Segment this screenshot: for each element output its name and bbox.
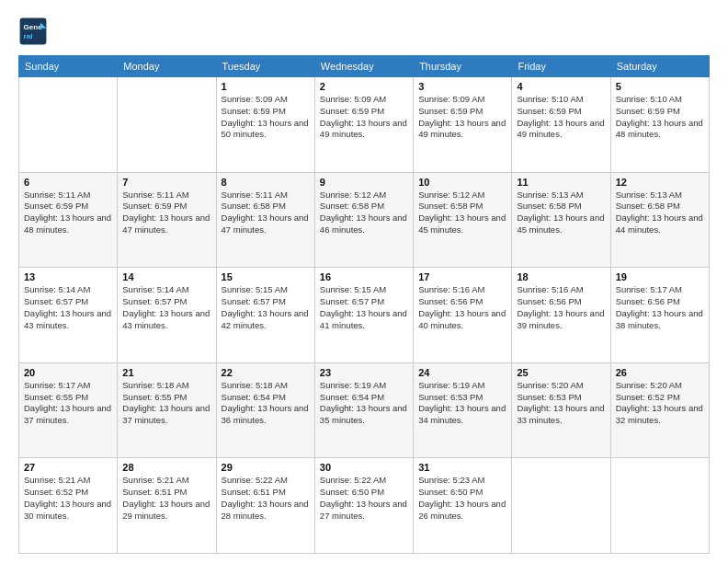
day-info: Sunrise: 5:21 AM Sunset: 6:51 PM Dayligh… <box>122 475 210 522</box>
day-number: 26 <box>616 367 704 378</box>
calendar-cell: 16Sunrise: 5:15 AM Sunset: 6:57 PM Dayli… <box>314 268 413 363</box>
day-info: Sunrise: 5:18 AM Sunset: 6:54 PM Dayligh… <box>222 380 310 427</box>
day-info: Sunrise: 5:13 AM Sunset: 6:58 PM Dayligh… <box>616 190 704 236</box>
day-info: Sunrise: 5:16 AM Sunset: 6:56 PM Dayligh… <box>418 284 506 331</box>
calendar-cell: 11Sunrise: 5:13 AM Sunset: 6:58 PM Dayli… <box>512 172 610 268</box>
day-number: 7 <box>122 177 210 188</box>
calendar-cell <box>19 77 118 173</box>
day-info: Sunrise: 5:20 AM Sunset: 6:52 PM Dayligh… <box>616 380 704 427</box>
day-number: 1 <box>222 81 310 92</box>
calendar-cell: 12Sunrise: 5:13 AM Sunset: 6:58 PM Dayli… <box>610 172 709 268</box>
day-number: 24 <box>418 367 506 378</box>
day-number: 19 <box>616 271 704 282</box>
logo-icon: Gene ral <box>18 17 48 46</box>
day-number: 18 <box>517 271 605 282</box>
day-info: Sunrise: 5:15 AM Sunset: 6:57 PM Dayligh… <box>222 284 310 331</box>
day-number: 23 <box>320 367 408 378</box>
calendar-week-row: 20Sunrise: 5:17 AM Sunset: 6:55 PM Dayli… <box>19 362 710 458</box>
weekday-header-saturday: Saturday <box>610 56 709 77</box>
weekday-header-sunday: Sunday <box>19 56 118 77</box>
day-info: Sunrise: 5:19 AM Sunset: 6:53 PM Dayligh… <box>418 380 506 427</box>
day-info: Sunrise: 5:10 AM Sunset: 6:59 PM Dayligh… <box>517 94 605 141</box>
day-number: 13 <box>24 271 112 282</box>
day-number: 5 <box>616 81 704 92</box>
calendar-body: 1Sunrise: 5:09 AM Sunset: 6:59 PM Daylig… <box>19 77 710 554</box>
calendar-cell: 22Sunrise: 5:18 AM Sunset: 6:54 PM Dayli… <box>216 362 314 458</box>
weekday-header-monday: Monday <box>118 56 216 77</box>
day-number: 3 <box>418 81 506 92</box>
calendar-cell: 25Sunrise: 5:20 AM Sunset: 6:53 PM Dayli… <box>512 362 610 458</box>
calendar-cell: 14Sunrise: 5:14 AM Sunset: 6:57 PM Dayli… <box>118 268 216 363</box>
header: Gene ral <box>18 17 710 46</box>
day-info: Sunrise: 5:13 AM Sunset: 6:58 PM Dayligh… <box>517 190 605 236</box>
day-info: Sunrise: 5:09 AM Sunset: 6:59 PM Dayligh… <box>320 94 408 141</box>
day-number: 16 <box>320 271 408 282</box>
day-info: Sunrise: 5:09 AM Sunset: 6:59 PM Dayligh… <box>222 94 310 141</box>
page: Gene ral SundayMondayTuesdayWednesdayThu… <box>0 0 728 563</box>
calendar-cell: 13Sunrise: 5:14 AM Sunset: 6:57 PM Dayli… <box>19 268 118 363</box>
day-info: Sunrise: 5:22 AM Sunset: 6:50 PM Dayligh… <box>320 475 408 522</box>
calendar-cell: 26Sunrise: 5:20 AM Sunset: 6:52 PM Dayli… <box>610 362 709 458</box>
calendar-cell: 2Sunrise: 5:09 AM Sunset: 6:59 PM Daylig… <box>314 77 413 173</box>
day-number: 9 <box>320 177 408 188</box>
calendar-week-row: 27Sunrise: 5:21 AM Sunset: 6:52 PM Dayli… <box>19 458 710 554</box>
calendar-cell: 31Sunrise: 5:23 AM Sunset: 6:50 PM Dayli… <box>414 458 512 554</box>
weekday-header-thursday: Thursday <box>414 56 512 77</box>
day-number: 29 <box>222 462 310 473</box>
calendar-cell: 6Sunrise: 5:11 AM Sunset: 6:59 PM Daylig… <box>19 172 118 268</box>
calendar-cell: 23Sunrise: 5:19 AM Sunset: 6:54 PM Dayli… <box>314 362 413 458</box>
day-info: Sunrise: 5:10 AM Sunset: 6:59 PM Dayligh… <box>616 94 704 141</box>
day-number: 4 <box>517 81 605 92</box>
day-info: Sunrise: 5:12 AM Sunset: 6:58 PM Dayligh… <box>418 190 506 236</box>
calendar-cell <box>118 77 216 173</box>
calendar-cell: 27Sunrise: 5:21 AM Sunset: 6:52 PM Dayli… <box>19 458 118 554</box>
day-info: Sunrise: 5:23 AM Sunset: 6:50 PM Dayligh… <box>418 475 506 522</box>
calendar-cell: 3Sunrise: 5:09 AM Sunset: 6:59 PM Daylig… <box>414 77 512 173</box>
day-info: Sunrise: 5:16 AM Sunset: 6:56 PM Dayligh… <box>517 284 605 331</box>
calendar-cell: 20Sunrise: 5:17 AM Sunset: 6:55 PM Dayli… <box>19 362 118 458</box>
day-number: 6 <box>24 177 112 188</box>
svg-text:Gene: Gene <box>24 23 43 31</box>
calendar-table: SundayMondayTuesdayWednesdayThursdayFrid… <box>18 55 710 554</box>
day-number: 12 <box>616 177 704 188</box>
calendar-cell: 9Sunrise: 5:12 AM Sunset: 6:58 PM Daylig… <box>314 172 413 268</box>
calendar-cell <box>610 458 709 554</box>
day-info: Sunrise: 5:11 AM Sunset: 6:58 PM Dayligh… <box>222 190 310 236</box>
day-info: Sunrise: 5:17 AM Sunset: 6:56 PM Dayligh… <box>616 284 704 331</box>
day-number: 22 <box>222 367 310 378</box>
day-number: 8 <box>222 177 310 188</box>
day-number: 21 <box>122 367 210 378</box>
day-info: Sunrise: 5:15 AM Sunset: 6:57 PM Dayligh… <box>320 284 408 331</box>
calendar-cell: 17Sunrise: 5:16 AM Sunset: 6:56 PM Dayli… <box>414 268 512 363</box>
day-info: Sunrise: 5:14 AM Sunset: 6:57 PM Dayligh… <box>122 284 210 331</box>
day-number: 25 <box>517 367 605 378</box>
weekday-header-wednesday: Wednesday <box>314 56 413 77</box>
day-info: Sunrise: 5:09 AM Sunset: 6:59 PM Dayligh… <box>418 94 506 141</box>
weekday-header-friday: Friday <box>512 56 610 77</box>
calendar-cell: 8Sunrise: 5:11 AM Sunset: 6:58 PM Daylig… <box>216 172 314 268</box>
day-number: 15 <box>222 271 310 282</box>
day-number: 17 <box>418 271 506 282</box>
day-number: 14 <box>122 271 210 282</box>
calendar-cell: 5Sunrise: 5:10 AM Sunset: 6:59 PM Daylig… <box>610 77 709 173</box>
day-info: Sunrise: 5:18 AM Sunset: 6:55 PM Dayligh… <box>122 380 210 427</box>
day-number: 31 <box>418 462 506 473</box>
day-info: Sunrise: 5:17 AM Sunset: 6:55 PM Dayligh… <box>24 380 112 427</box>
day-info: Sunrise: 5:19 AM Sunset: 6:54 PM Dayligh… <box>320 380 408 427</box>
day-info: Sunrise: 5:21 AM Sunset: 6:52 PM Dayligh… <box>24 475 112 522</box>
calendar-week-row: 1Sunrise: 5:09 AM Sunset: 6:59 PM Daylig… <box>19 77 710 173</box>
weekday-header-tuesday: Tuesday <box>216 56 314 77</box>
calendar-cell: 18Sunrise: 5:16 AM Sunset: 6:56 PM Dayli… <box>512 268 610 363</box>
day-number: 28 <box>122 462 210 473</box>
calendar-cell: 21Sunrise: 5:18 AM Sunset: 6:55 PM Dayli… <box>118 362 216 458</box>
day-info: Sunrise: 5:11 AM Sunset: 6:59 PM Dayligh… <box>122 190 210 236</box>
logo: Gene ral <box>18 17 51 46</box>
day-info: Sunrise: 5:12 AM Sunset: 6:58 PM Dayligh… <box>320 190 408 236</box>
calendar-cell: 24Sunrise: 5:19 AM Sunset: 6:53 PM Dayli… <box>414 362 512 458</box>
calendar-cell: 10Sunrise: 5:12 AM Sunset: 6:58 PM Dayli… <box>414 172 512 268</box>
calendar-week-row: 13Sunrise: 5:14 AM Sunset: 6:57 PM Dayli… <box>19 268 710 363</box>
day-number: 2 <box>320 81 408 92</box>
calendar-cell: 15Sunrise: 5:15 AM Sunset: 6:57 PM Dayli… <box>216 268 314 363</box>
day-info: Sunrise: 5:20 AM Sunset: 6:53 PM Dayligh… <box>517 380 605 427</box>
calendar-cell <box>512 458 610 554</box>
